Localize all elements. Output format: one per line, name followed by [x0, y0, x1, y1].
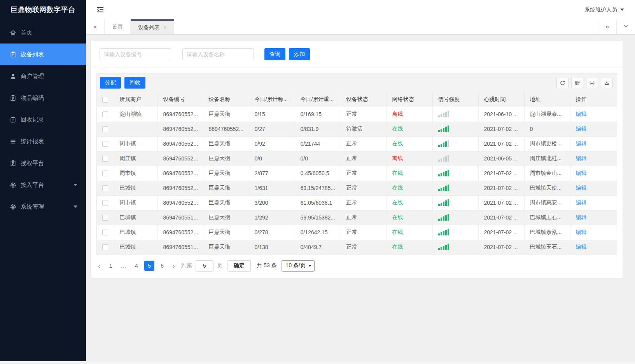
tab-label: 设备列表: [138, 24, 160, 31]
add-button[interactable]: 添加: [289, 48, 310, 60]
row-checkbox[interactable]: [102, 171, 108, 176]
sidebar-item-label: 设备列表: [21, 51, 79, 58]
row-checkbox[interactable]: [102, 215, 108, 221]
sidebar-item-label: 统计报表: [21, 138, 79, 145]
export-icon[interactable]: [601, 78, 613, 88]
assign-button[interactable]: 分配: [100, 77, 121, 89]
cell-signal-strength: [432, 166, 478, 181]
cell-action: 编辑: [570, 136, 617, 151]
edit-link[interactable]: 编辑: [576, 125, 587, 132]
cell-merchant: 周市镇: [114, 136, 157, 151]
sidebar-item-home-首页[interactable]: 首页: [0, 22, 86, 44]
edit-link[interactable]: 编辑: [576, 185, 587, 191]
network-status-badge: 在线: [392, 199, 403, 206]
edit-link[interactable]: 编辑: [576, 244, 587, 250]
cell-heartbeat: 2021-07-02 ...: [478, 136, 524, 151]
edit-link[interactable]: 编辑: [576, 111, 587, 117]
tabs-scroll-left-icon[interactable]: «: [86, 19, 105, 34]
cell-today-weight: 0/4849.7: [295, 240, 341, 254]
sidebar-item-clipboard-物品编码[interactable]: 物品编码: [0, 87, 86, 109]
signal-bars-icon: [438, 155, 449, 162]
cell-merchant: 周市镇: [114, 195, 157, 210]
print-icon[interactable]: [586, 78, 598, 88]
sidebar-item-list-统计报表[interactable]: 统计报表: [0, 131, 86, 152]
cell-today-weight: 61.05/6038.1: [295, 195, 341, 210]
row-select-cell: [97, 122, 114, 136]
horizontal-scrollbar[interactable]: [0, 361, 635, 364]
row-checkbox[interactable]: [102, 185, 108, 191]
cell-network-status: 在线: [387, 166, 432, 181]
cell-merchant: 周市镇: [114, 166, 157, 181]
select-all-checkbox[interactable]: [102, 97, 108, 103]
signal-bars-icon: [438, 125, 449, 132]
cell-network-status: 在线: [387, 225, 432, 240]
cell-device-status: 待激活: [341, 122, 387, 136]
row-checkbox[interactable]: [102, 141, 108, 147]
row-checkbox[interactable]: [102, 126, 108, 132]
cell-device-status: 正常: [341, 195, 387, 210]
sidebar-item-gear-系统管理[interactable]: 系统管理: [0, 196, 86, 218]
cell-action: 编辑: [570, 107, 617, 122]
row-select-cell: [97, 225, 114, 240]
refresh-icon[interactable]: [556, 78, 569, 88]
row-checkbox[interactable]: [102, 244, 108, 250]
device-no-input[interactable]: [100, 48, 171, 60]
edit-link[interactable]: 编辑: [576, 170, 587, 176]
page-number[interactable]: 4: [131, 261, 142, 271]
sidebar-collapse-icon[interactable]: [96, 6, 105, 13]
columns-icon[interactable]: [571, 78, 583, 88]
sidebar-item-clipboard-回收记录[interactable]: 回收记录: [0, 109, 86, 131]
column-header: 设备状态: [341, 92, 387, 107]
cell-signal-strength: [432, 107, 478, 122]
edit-link[interactable]: 编辑: [576, 155, 587, 161]
sidebar-item-user-商户管理[interactable]: 商户管理: [0, 65, 86, 87]
confirm-button[interactable]: 确定: [227, 260, 251, 272]
tab-首页[interactable]: 首页: [105, 19, 131, 34]
page-number[interactable]: 5: [144, 261, 154, 271]
row-select-cell: [97, 136, 114, 151]
column-header: 设备编号: [157, 92, 203, 107]
page-size-select[interactable]: 10 条/页: [282, 260, 314, 272]
row-checkbox[interactable]: [102, 230, 108, 235]
user-menu[interactable]: 系统维护人员: [584, 6, 626, 13]
page-ellipsis: ...: [119, 261, 129, 271]
cell-device-name: 巨鼎天衡: [203, 151, 249, 166]
row-checkbox[interactable]: [102, 111, 108, 117]
cell-signal-strength: [432, 240, 478, 254]
query-button[interactable]: 查询: [264, 48, 285, 60]
sidebar-item-gear-接入平台[interactable]: 接入平台: [0, 174, 86, 196]
row-checkbox[interactable]: [102, 200, 108, 206]
tabs-scroll-right-icon[interactable]: »: [598, 19, 616, 34]
column-header: 操作: [570, 92, 617, 107]
tab-设备列表[interactable]: 设备列表×: [131, 19, 174, 34]
edit-link[interactable]: 编辑: [576, 229, 587, 235]
tab-close-icon[interactable]: ×: [163, 25, 166, 30]
network-status-badge: 离线: [392, 111, 403, 117]
page-number[interactable]: 6: [157, 261, 167, 271]
cell-heartbeat: 2021-07-02 ...: [478, 166, 524, 181]
edit-link[interactable]: 编辑: [576, 140, 587, 146]
cell-action: 编辑: [570, 122, 617, 136]
recycle-button[interactable]: 回收: [124, 77, 145, 89]
edit-link[interactable]: 编辑: [576, 214, 587, 220]
row-select-cell: [97, 166, 114, 181]
cell-device-status: 正常: [341, 166, 387, 181]
tabs-menu-chevron-down-icon[interactable]: [616, 19, 635, 34]
tab-label: 首页: [112, 23, 123, 30]
cell-heartbeat: 2021-07-02 ...: [478, 181, 524, 195]
column-header: 所属商户: [114, 92, 157, 107]
cell-address: 周市镇金山...: [524, 166, 570, 181]
cell-action: 编辑: [570, 181, 617, 195]
row-select-cell: [97, 195, 114, 210]
device-name-input[interactable]: [182, 48, 254, 60]
cell-address: 巴城镇泰泓...: [524, 225, 570, 240]
sidebar-item-clipboard-授权平台[interactable]: 授权平台: [0, 152, 86, 174]
edit-link[interactable]: 编辑: [576, 199, 587, 206]
row-checkbox[interactable]: [102, 156, 108, 162]
cell-device-status: 正常: [341, 240, 387, 254]
page-number[interactable]: 1: [106, 261, 116, 271]
sidebar-item-clipboard-设备列表[interactable]: 设备列表: [0, 44, 86, 65]
next-page-icon[interactable]: ›: [170, 263, 178, 269]
prev-page-icon[interactable]: ‹: [95, 263, 103, 269]
goto-page-input[interactable]: [196, 260, 213, 272]
